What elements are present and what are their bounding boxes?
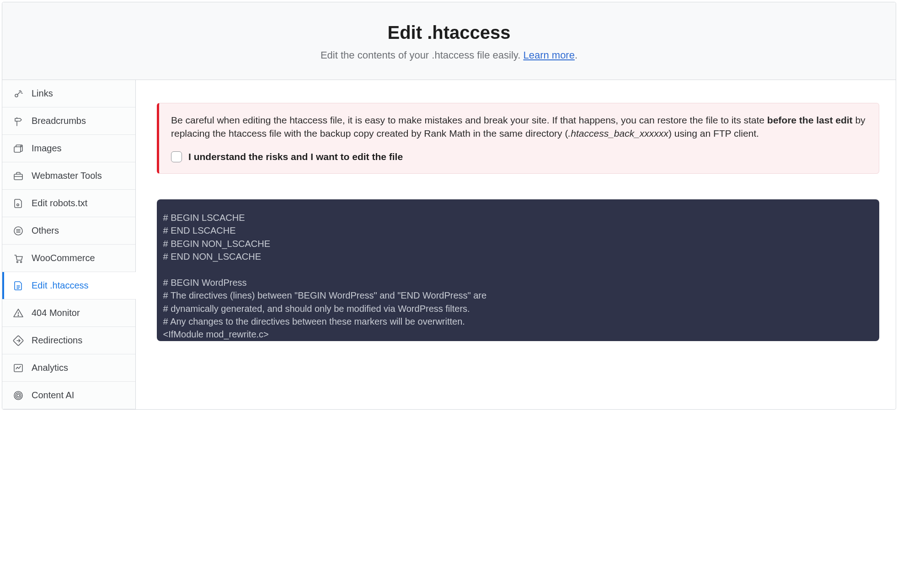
sidebar-item-label: Images — [32, 143, 62, 154]
subtitle-text-pre: Edit the contents of your .htaccess file… — [321, 49, 523, 61]
svg-point-22 — [18, 315, 19, 316]
sidebar-item-label: Edit .htaccess — [32, 280, 89, 291]
signpost-icon — [12, 115, 24, 127]
alert-bold: before the last edit — [767, 115, 853, 125]
svg-rect-9 — [14, 174, 22, 180]
sidebar-item-label: Content AI — [32, 390, 74, 401]
svg-line-2 — [19, 91, 21, 91]
toolbox-icon — [12, 170, 24, 182]
consent-checkbox[interactable] — [171, 151, 182, 162]
svg-point-11 — [17, 203, 19, 205]
sidebar-item-others[interactable]: Others — [2, 217, 135, 245]
htaccess-code-viewer: # BEGIN LSCACHE # END LSCACHE # BEGIN NO… — [157, 199, 879, 341]
analytics-icon — [12, 362, 24, 374]
sidebar-item-redirections[interactable]: Redirections — [2, 327, 135, 354]
svg-line-3 — [20, 91, 21, 92]
page-header: Edit .htaccess Edit the contents of your… — [2, 2, 896, 80]
sidebar-item-label: Analytics — [32, 363, 68, 373]
sidebar-list: Links Breadcrumbs Images — [2, 80, 135, 409]
sidebar-item-label: Links — [32, 88, 53, 99]
sidebar-item-label: Webmaster Tools — [32, 171, 102, 181]
subtitle-text-post: . — [575, 49, 577, 61]
svg-point-16 — [17, 261, 18, 262]
warning-icon — [12, 307, 24, 319]
sidebar-item-label: WooCommerce — [32, 253, 95, 263]
sidebar-item-contentai[interactable]: Content AI — [2, 382, 135, 409]
main-content: Be careful when editing the htaccess fil… — [136, 80, 896, 409]
page-subtitle: Edit the contents of your .htaccess file… — [11, 49, 887, 61]
redirect-icon — [12, 335, 24, 347]
learn-more-link[interactable]: Learn more — [523, 49, 575, 61]
content-ai-icon — [12, 390, 24, 401]
page-title: Edit .htaccess — [11, 22, 887, 43]
svg-line-4 — [21, 93, 22, 93]
svg-point-26 — [16, 393, 21, 398]
sidebar: Links Breadcrumbs Images — [2, 80, 136, 409]
sidebar-item-label: Breadcrumbs — [32, 116, 86, 126]
list-icon — [12, 225, 24, 237]
sidebar-item-breadcrumbs[interactable]: Breadcrumbs — [2, 107, 135, 135]
links-icon — [12, 88, 24, 100]
alert-seg1: Be careful when editing the htaccess fil… — [171, 115, 767, 125]
sidebar-item-label: Edit robots.txt — [32, 198, 87, 208]
warning-alert: Be careful when editing the htaccess fil… — [157, 103, 879, 174]
sidebar-item-label: Redirections — [32, 335, 82, 346]
sidebar-item-robots[interactable]: Edit robots.txt — [2, 190, 135, 217]
body-layout: Links Breadcrumbs Images — [2, 80, 896, 409]
consent-label[interactable]: I understand the risks and I want to edi… — [188, 151, 403, 162]
alert-text: Be careful when editing the htaccess fil… — [171, 113, 867, 140]
svg-line-1 — [17, 92, 20, 95]
svg-rect-7 — [14, 147, 21, 152]
images-icon — [12, 143, 24, 155]
sidebar-item-label: Others — [32, 225, 59, 236]
svg-point-17 — [21, 261, 22, 262]
consent-row: I understand the risks and I want to edi… — [171, 151, 867, 162]
sidebar-item-label: 404 Monitor — [32, 308, 80, 318]
cart-icon — [12, 252, 24, 264]
sidebar-item-links[interactable]: Links — [2, 80, 135, 107]
app-frame: Edit .htaccess Edit the contents of your… — [2, 2, 896, 410]
sidebar-item-analytics[interactable]: Analytics — [2, 354, 135, 382]
sidebar-item-webmaster[interactable]: Webmaster Tools — [2, 162, 135, 190]
sidebar-item-images[interactable]: Images — [2, 135, 135, 162]
alert-ital: .htaccess_back_xxxxxx — [568, 128, 668, 139]
svg-point-8 — [21, 145, 21, 146]
alert-seg3: ) using an FTP client. — [668, 128, 759, 139]
sidebar-item-404[interactable]: 404 Monitor — [2, 299, 135, 327]
file-htaccess-icon — [12, 280, 24, 292]
file-robots-icon — [12, 198, 24, 209]
sidebar-item-htaccess[interactable]: Edit .htaccess — [2, 272, 135, 299]
sidebar-item-woocommerce[interactable]: WooCommerce — [2, 245, 135, 272]
svg-point-25 — [17, 394, 20, 397]
